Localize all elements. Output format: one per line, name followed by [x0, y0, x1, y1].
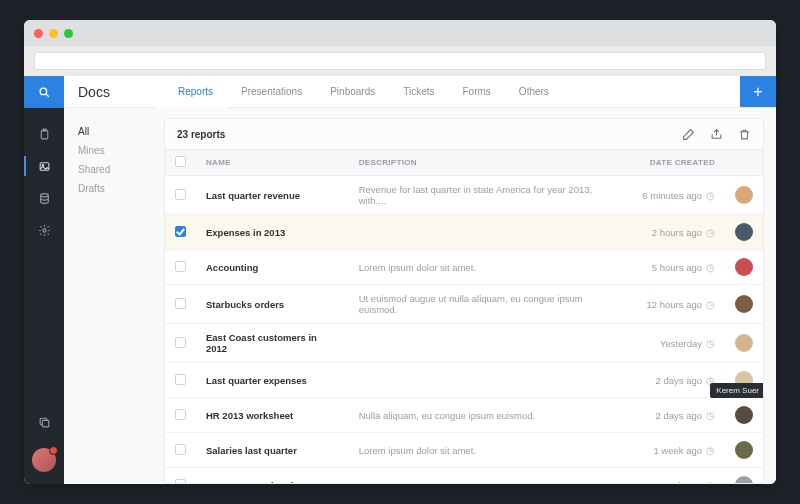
row-description: [349, 215, 629, 250]
reports-table: NAME DESCRIPTION DATE CREATED Last quart…: [165, 149, 763, 484]
body: AllMinesSharedDrafts 23 reports: [64, 108, 776, 484]
row-name: East Coast customers in 2012: [196, 324, 349, 363]
row-checkbox[interactable]: [175, 189, 186, 200]
panel-header: 23 reports: [165, 119, 763, 149]
delete-icon[interactable]: [737, 127, 751, 141]
row-description: Revenue for last quarter in state Americ…: [349, 176, 629, 215]
tabs: ReportsPresentationsPinboardsTicketsForm…: [164, 76, 740, 107]
subnav: AllMinesSharedDrafts: [64, 108, 164, 484]
row-avatar[interactable]: [735, 258, 753, 276]
subnav-item-shared[interactable]: Shared: [78, 160, 164, 179]
edit-icon[interactable]: [681, 127, 695, 141]
window-controls: [24, 20, 776, 47]
col-date: DATE CREATED: [629, 150, 725, 176]
table-row[interactable]: East Coast customers in 2012Yesterday◷: [165, 324, 763, 363]
close-icon[interactable]: [34, 29, 43, 38]
row-name: Expenses in 2013: [196, 215, 349, 250]
row-name: Customers orders in 2013: [196, 468, 349, 485]
share-icon[interactable]: [709, 127, 723, 141]
page-title: Docs: [64, 76, 164, 107]
sidebar-settings-icon[interactable]: [24, 214, 64, 246]
sidebar-copy-icon[interactable]: [24, 406, 64, 438]
row-checkbox[interactable]: [175, 444, 186, 455]
clock-icon: ◷: [706, 299, 715, 310]
tab-forms[interactable]: Forms: [449, 76, 505, 108]
row-checkbox[interactable]: [175, 479, 186, 485]
panel-actions: [681, 127, 751, 141]
row-description: [349, 324, 629, 363]
content-area: Docs ReportsPresentationsPinboardsTicket…: [64, 76, 776, 484]
add-button[interactable]: +: [740, 76, 776, 107]
row-avatar[interactable]: [735, 476, 753, 484]
row-avatar[interactable]: [735, 406, 753, 424]
table-row[interactable]: Last quarter revenueRevenue for last qua…: [165, 176, 763, 215]
sidebar-database-icon[interactable]: [24, 182, 64, 214]
app-body: Docs ReportsPresentationsPinboardsTicket…: [24, 76, 776, 484]
clock-icon: ◷: [706, 338, 715, 349]
col-checkbox: [165, 150, 196, 176]
panel-title: 23 reports: [177, 129, 225, 140]
subnav-item-mines[interactable]: Mines: [78, 141, 164, 160]
table-row[interactable]: AccountingLorem ipsum dolor sit amet.5 h…: [165, 250, 763, 285]
row-description: Ut euismod augue ut nulla aliquam, eu co…: [349, 285, 629, 324]
tab-reports[interactable]: Reports: [164, 76, 227, 108]
table-row[interactable]: Last quarter expenses2 days ago◷Kerem Su…: [165, 363, 763, 398]
row-checkbox[interactable]: [175, 409, 186, 420]
table-row[interactable]: Starbucks ordersUt euismod augue ut null…: [165, 285, 763, 324]
clock-icon: ◷: [706, 227, 715, 238]
row-checkbox[interactable]: [175, 261, 186, 272]
tab-others[interactable]: Others: [505, 76, 563, 108]
row-date: 1 week ago◷: [629, 433, 725, 468]
user-avatar[interactable]: [32, 448, 56, 472]
url-bar-wrap: [24, 46, 776, 76]
tab-pinboards[interactable]: Pinboards: [316, 76, 389, 108]
header: Docs ReportsPresentationsPinboardsTicket…: [64, 76, 776, 108]
row-description: Lorem ipsum dolor sit amet.: [349, 433, 629, 468]
table-row[interactable]: HR 2013 worksheetNulla aliquam, eu congu…: [165, 398, 763, 433]
sidebar-image-icon[interactable]: [24, 150, 64, 182]
clock-icon: ◷: [706, 445, 715, 456]
col-avatar: [725, 150, 763, 176]
table-row[interactable]: Salaries last quarterLorem ipsum dolor s…: [165, 433, 763, 468]
row-checkbox[interactable]: [175, 298, 186, 309]
row-checkbox[interactable]: [175, 226, 186, 237]
row-name: Last quarter expenses: [196, 363, 349, 398]
row-checkbox[interactable]: [175, 374, 186, 385]
avatar-tooltip: Kerem Suer: [710, 383, 764, 398]
clock-icon: ◷: [706, 190, 715, 201]
row-date: Yesterday◷: [629, 324, 725, 363]
row-description: [349, 468, 629, 485]
svg-rect-4: [40, 162, 49, 170]
subnav-item-drafts[interactable]: Drafts: [78, 179, 164, 198]
minimize-icon[interactable]: [49, 29, 58, 38]
table-row[interactable]: Customers orders in 20131 month ago◷: [165, 468, 763, 485]
clock-icon: ◷: [706, 410, 715, 421]
row-avatar[interactable]: [735, 441, 753, 459]
select-all-checkbox[interactable]: [175, 156, 186, 167]
row-date: 6 minutes ago◷: [629, 176, 725, 215]
svg-point-6: [40, 193, 48, 196]
row-name: Salaries last quarter: [196, 433, 349, 468]
svg-point-7: [42, 228, 45, 231]
tab-tickets[interactable]: Tickets: [389, 76, 448, 108]
row-avatar[interactable]: [735, 186, 753, 204]
row-avatar[interactable]: [735, 334, 753, 352]
sidebar-clipboard-icon[interactable]: [24, 118, 64, 150]
row-description: Nulla aliquam, eu congue ipsum euismod.: [349, 398, 629, 433]
url-bar[interactable]: [34, 52, 766, 70]
search-button[interactable]: [24, 76, 64, 108]
tab-presentations[interactable]: Presentations: [227, 76, 316, 108]
table-row[interactable]: Expenses in 20132 hours ago◷: [165, 215, 763, 250]
col-name: NAME: [196, 150, 349, 176]
svg-point-0: [40, 88, 47, 95]
main: 23 reports: [164, 108, 776, 484]
maximize-icon[interactable]: [64, 29, 73, 38]
row-avatar[interactable]: [735, 295, 753, 313]
row-name: HR 2013 worksheet: [196, 398, 349, 433]
row-checkbox[interactable]: [175, 337, 186, 348]
subnav-item-all[interactable]: All: [78, 122, 164, 141]
row-avatar[interactable]: [735, 223, 753, 241]
svg-rect-8: [42, 420, 49, 427]
row-description: Lorem ipsum dolor sit amet.: [349, 250, 629, 285]
col-description: DESCRIPTION: [349, 150, 629, 176]
